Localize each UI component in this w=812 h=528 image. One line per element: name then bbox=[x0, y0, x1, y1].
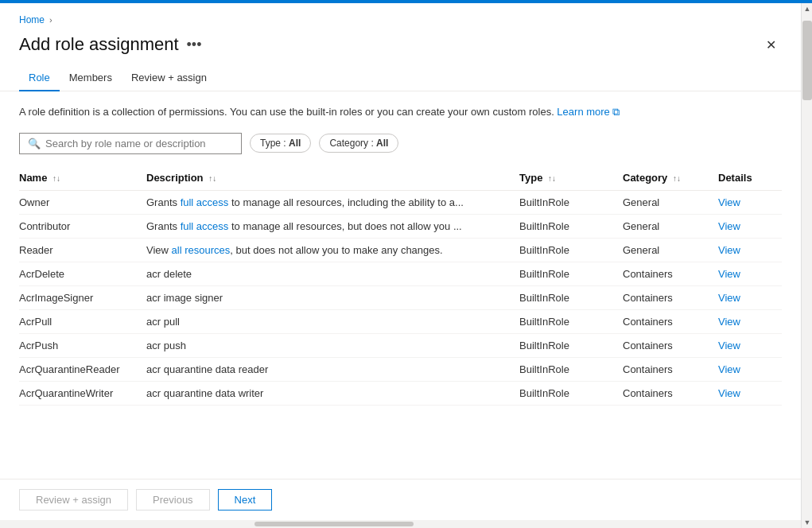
external-link-icon: ⧉ bbox=[612, 106, 620, 118]
cell-category: General bbox=[623, 190, 718, 214]
add-role-assignment-panel: Home › Add role assignment ••• ✕ Role bbox=[0, 3, 812, 528]
cell-description: Grants full access to manage all resourc… bbox=[146, 190, 519, 214]
scroll-up-arrow[interactable]: ▲ bbox=[802, 3, 812, 14]
cell-details: View bbox=[718, 238, 782, 262]
type-filter-label: Type : bbox=[260, 138, 286, 149]
cell-name: AcrQuarantineReader bbox=[19, 357, 146, 381]
cell-category: General bbox=[623, 238, 718, 262]
cell-type: BuiltInRole bbox=[519, 309, 623, 333]
cell-details: View bbox=[718, 262, 782, 285]
table-row[interactable]: AcrPullacr pullBuiltInRoleContainersView bbox=[19, 309, 782, 333]
vertical-scrollbar[interactable]: ▲ ▼ bbox=[801, 3, 812, 528]
col-header-name[interactable]: Name ↑↓ bbox=[19, 165, 146, 191]
cell-details: View bbox=[718, 309, 782, 333]
cell-description: acr delete bbox=[146, 262, 519, 285]
cell-name: Owner bbox=[19, 190, 146, 214]
type-filter-value: All bbox=[289, 138, 301, 149]
tab-members[interactable]: Members bbox=[60, 65, 122, 91]
breadcrumb: Home › bbox=[0, 3, 801, 29]
view-link[interactable]: View bbox=[718, 268, 740, 280]
desc-link: all resources bbox=[172, 244, 231, 256]
cell-name: AcrPush bbox=[19, 333, 146, 357]
table-row[interactable]: ContributorGrants full access to manage … bbox=[19, 214, 782, 238]
table-row[interactable]: ReaderView all resources, but does not a… bbox=[19, 238, 782, 262]
col-header-description[interactable]: Description ↑↓ bbox=[146, 165, 519, 191]
next-button[interactable]: Next bbox=[218, 489, 273, 511]
table-row[interactable]: AcrDeleteacr deleteBuiltInRoleContainers… bbox=[19, 262, 782, 285]
horizontal-scrollbar[interactable] bbox=[0, 520, 801, 528]
type-filter-pill[interactable]: Type : All bbox=[250, 134, 311, 153]
scroll-thumb[interactable] bbox=[802, 21, 812, 100]
cell-type: BuiltInRole bbox=[519, 381, 623, 405]
tab-role[interactable]: Role bbox=[19, 65, 60, 91]
category-filter-pill[interactable]: Category : All bbox=[319, 134, 398, 153]
cell-name: Contributor bbox=[19, 214, 146, 238]
previous-button[interactable]: Previous bbox=[136, 489, 210, 511]
search-box: 🔍 bbox=[19, 133, 242, 154]
cell-description: acr quarantine data writer bbox=[146, 381, 519, 405]
tabs-bar: Role Members Review + assign bbox=[0, 65, 801, 91]
table-row[interactable]: AcrPushacr pushBuiltInRoleContainersView bbox=[19, 333, 782, 357]
cell-type: BuiltInRole bbox=[519, 333, 623, 357]
description-text: A role definition is a collection of per… bbox=[19, 104, 782, 120]
view-link[interactable]: View bbox=[718, 244, 740, 256]
panel-title-group: Add role assignment ••• bbox=[19, 34, 201, 55]
table-body: OwnerGrants full access to manage all re… bbox=[19, 190, 782, 405]
type-sort-icon: ↑↓ bbox=[548, 174, 556, 183]
cell-description: acr pull bbox=[146, 309, 519, 333]
cell-name: AcrQuarantineWriter bbox=[19, 381, 146, 405]
cell-category: General bbox=[623, 214, 718, 238]
cell-type: BuiltInRole bbox=[519, 285, 623, 309]
view-link[interactable]: View bbox=[718, 196, 740, 208]
table-row[interactable]: AcrQuarantineReaderacr quarantine data r… bbox=[19, 357, 782, 381]
cell-name: AcrPull bbox=[19, 309, 146, 333]
breadcrumb-separator: › bbox=[49, 15, 52, 25]
close-icon: ✕ bbox=[766, 37, 776, 52]
cell-description: acr image signer bbox=[146, 285, 519, 309]
more-options-icon[interactable]: ••• bbox=[187, 37, 202, 53]
view-link[interactable]: View bbox=[718, 363, 740, 375]
cell-name: AcrDelete bbox=[19, 262, 146, 285]
cell-name: Reader bbox=[19, 238, 146, 262]
table-row[interactable]: AcrImageSigneracr image signerBuiltInRol… bbox=[19, 285, 782, 309]
cell-details: View bbox=[718, 285, 782, 309]
cell-details: View bbox=[718, 381, 782, 405]
horizontal-scrollbar-thumb[interactable] bbox=[254, 522, 414, 526]
name-sort-icon: ↑↓ bbox=[52, 174, 60, 183]
cell-type: BuiltInRole bbox=[519, 190, 623, 214]
cell-description: acr push bbox=[146, 333, 519, 357]
view-link[interactable]: View bbox=[718, 316, 740, 328]
learn-more-link[interactable]: Learn more ⧉ bbox=[557, 106, 620, 118]
tab-review-assign[interactable]: Review + assign bbox=[122, 65, 216, 91]
breadcrumb-home-link[interactable]: Home bbox=[19, 14, 45, 25]
table-row[interactable]: AcrQuarantineWriteracr quarantine data w… bbox=[19, 381, 782, 405]
cell-details: View bbox=[718, 190, 782, 214]
panel-header: Add role assignment ••• ✕ bbox=[0, 29, 801, 65]
col-header-type[interactable]: Type ↑↓ bbox=[519, 165, 623, 191]
col-header-details: Details bbox=[718, 165, 782, 191]
cell-type: BuiltInRole bbox=[519, 214, 623, 238]
close-button[interactable]: ✕ bbox=[760, 33, 782, 56]
cell-description: View all resources, but does not allow y… bbox=[146, 238, 519, 262]
cell-description: Grants full access to manage all resourc… bbox=[146, 214, 519, 238]
content-area: A role definition is a collection of per… bbox=[0, 91, 801, 479]
cell-description: acr quarantine data reader bbox=[146, 357, 519, 381]
desc-sort-icon: ↑↓ bbox=[208, 174, 216, 183]
table-row[interactable]: OwnerGrants full access to manage all re… bbox=[19, 190, 782, 214]
roles-table: Name ↑↓ Description ↑↓ Type ↑↓ bbox=[19, 165, 782, 406]
scroll-down-arrow[interactable]: ▼ bbox=[802, 517, 812, 528]
cell-type: BuiltInRole bbox=[519, 262, 623, 285]
search-input[interactable] bbox=[45, 138, 233, 149]
cell-category: Containers bbox=[623, 333, 718, 357]
category-filter-value: All bbox=[376, 138, 388, 149]
scroll-track[interactable] bbox=[802, 14, 812, 517]
col-header-category[interactable]: Category ↑↓ bbox=[623, 165, 718, 191]
cell-type: BuiltInRole bbox=[519, 357, 623, 381]
view-link[interactable]: View bbox=[718, 387, 740, 399]
category-sort-icon: ↑↓ bbox=[673, 174, 681, 183]
view-link[interactable]: View bbox=[718, 220, 740, 232]
search-icon: 🔍 bbox=[28, 138, 41, 149]
view-link[interactable]: View bbox=[718, 340, 740, 351]
view-link[interactable]: View bbox=[718, 292, 740, 304]
review-assign-button[interactable]: Review + assign bbox=[19, 489, 128, 511]
